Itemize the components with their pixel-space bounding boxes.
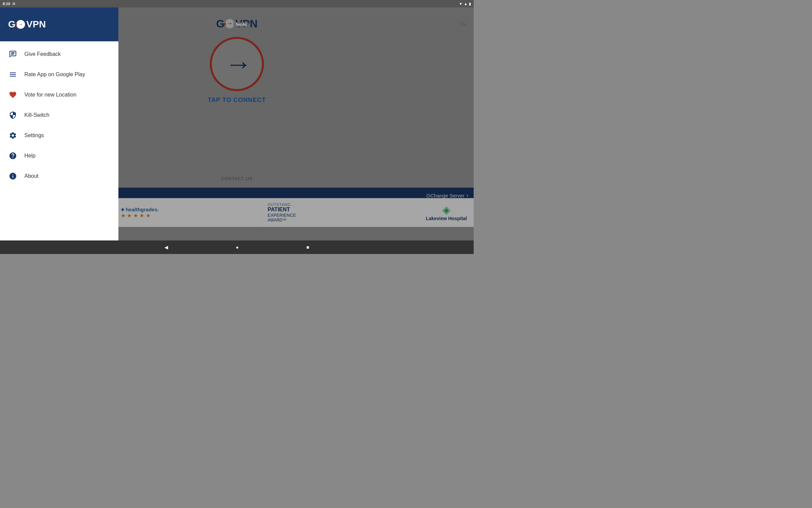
home-button[interactable]: ● (236, 245, 239, 250)
logo-vpn: VPN (26, 19, 46, 30)
help-label: Help (24, 153, 36, 159)
drawer-menu: Give Feedback Rate App on Google Play Vo… (0, 41, 118, 240)
battery-icon: ▮ (469, 2, 471, 6)
give-feedback-label: Give Feedback (24, 51, 61, 57)
drawer-header: G → VPN (0, 7, 118, 41)
wifi-icon: ▼ (459, 2, 463, 6)
status-icons: ▼ ▲ ▮ (459, 2, 471, 6)
logo-arrow-icon: → (18, 22, 23, 27)
back-button[interactable]: ◀ (164, 245, 168, 250)
about-label: About (24, 173, 39, 179)
drawer-item-kill-switch[interactable]: Kill-Switch (0, 105, 118, 125)
settings-label: Settings (24, 132, 44, 139)
heart-icon (8, 90, 18, 100)
shield-icon (8, 110, 18, 120)
ad-close-button[interactable]: ✕ (463, 22, 467, 27)
drawer-item-about[interactable]: About (0, 166, 118, 186)
test-ad-badge: Test Ad (233, 22, 249, 27)
drawer-item-give-feedback[interactable]: Give Feedback (0, 44, 118, 64)
navigation-drawer: G → VPN Give Feedback Rate App o (0, 7, 118, 240)
settings-icon (8, 131, 18, 140)
drawer-item-settings[interactable]: Settings (0, 125, 118, 146)
recent-button[interactable]: ■ (307, 245, 309, 250)
logo-circle-icon: → (16, 20, 25, 29)
info-icon (8, 171, 18, 181)
signal-icon: ▲ (464, 2, 468, 6)
drawer-item-help[interactable]: Help (0, 146, 118, 166)
feedback-icon (8, 49, 18, 59)
help-icon (8, 151, 18, 161)
status-time: 8:10 (3, 2, 10, 6)
nav-bar: ◀ ● ■ (0, 240, 474, 254)
drawer-item-vote-location[interactable]: Vote for new Location (0, 85, 118, 105)
status-bar: 8:10 ⚙ ▼ ▲ ▮ (0, 0, 474, 7)
settings-status-icon: ⚙ (12, 2, 16, 6)
drawer-item-rate-app[interactable]: Rate App on Google Play (0, 64, 118, 85)
rate-app-icon (8, 70, 18, 79)
kill-switch-label: Kill-Switch (24, 112, 49, 118)
drawer-logo: G → VPN (8, 19, 46, 30)
vote-location-label: Vote for new Location (24, 92, 76, 98)
rate-app-label: Rate App on Google Play (24, 71, 85, 78)
